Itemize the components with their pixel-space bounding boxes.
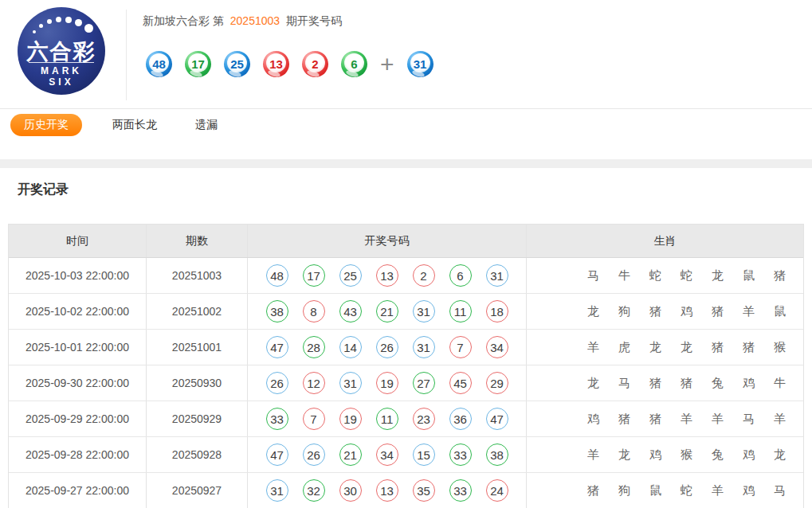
- number-circle: 8: [303, 300, 325, 322]
- table-row: 2025-09-28 22:00:00202509284726213415333…: [9, 437, 803, 473]
- lottery-ball: 48: [146, 51, 172, 77]
- zodiac-sign: 羊: [587, 447, 599, 463]
- zodiac-sign: 蛇: [681, 268, 692, 283]
- draw-time-cell: 2025-10-03 22:00:00: [9, 258, 147, 293]
- table-row: 2025-09-29 22:00:00202509293371911233647…: [9, 401, 803, 437]
- draw-title-prefix: 新加坡六合彩 第: [143, 14, 224, 27]
- special-lottery-ball: 31: [407, 51, 433, 77]
- table-row: 2025-09-27 22:00:00202509273132301335332…: [9, 473, 803, 508]
- site-header: 六合彩 MARK SIX 新加坡六合彩 第 20251003 期开奖号码 481…: [0, 0, 812, 109]
- zodiac-cell: 羊龙鸡猴兔鸡龙: [527, 437, 803, 472]
- draw-numbers-cell: 3884321311118: [248, 294, 527, 329]
- winning-balls: 4817251326+31: [146, 51, 433, 77]
- logo-dot: [47, 19, 52, 24]
- number-circle: 17: [303, 264, 325, 287]
- number-circle: 26: [376, 336, 398, 358]
- draw-title: 新加坡六合彩 第 20251003 期开奖号码: [143, 14, 342, 29]
- zodiac-sign: 蛇: [649, 268, 661, 283]
- draw-time-cell: 2025-10-01 22:00:00: [9, 330, 147, 365]
- number-circle: 47: [266, 444, 288, 466]
- zodiac-sign: 马: [743, 412, 755, 427]
- number-circle: 34: [376, 444, 398, 466]
- zodiac-sign: 狗: [618, 483, 630, 498]
- tab-0[interactable]: 历史开奖: [10, 114, 82, 136]
- tab-2[interactable]: 遗漏: [187, 114, 226, 136]
- number-circle: 19: [339, 408, 362, 430]
- lottery-ball-number: 31: [414, 57, 427, 71]
- zodiac-sign: 鼠: [649, 483, 661, 498]
- zodiac-sign: 猪: [618, 412, 630, 427]
- draw-period: 20251003: [227, 14, 283, 27]
- zodiac-sign: 鼠: [743, 268, 755, 283]
- number-circle: 25: [339, 264, 362, 287]
- number-circle: 47: [266, 336, 288, 358]
- number-circle: 6: [449, 264, 472, 287]
- lottery-ball-number: 2: [312, 57, 318, 71]
- number-circle: 29: [486, 372, 508, 394]
- draw-time-cell: 2025-09-27 22:00:00: [9, 473, 147, 508]
- zodiac-sign: 龙: [649, 340, 661, 355]
- tab-1[interactable]: 两面长龙: [104, 114, 165, 136]
- zodiac-cell: 羊虎龙龙猪猪猴: [527, 330, 803, 365]
- table-row: 2025-10-02 22:00:00202510023884321311118…: [9, 294, 803, 330]
- number-circle: 23: [413, 408, 435, 430]
- number-circle: 11: [376, 408, 398, 430]
- number-circle: 32: [303, 479, 325, 502]
- draw-period-cell: 20250929: [147, 401, 248, 436]
- number-circle: 38: [266, 300, 288, 322]
- table-row: 2025-09-30 22:00:00202509302612311927452…: [9, 365, 803, 401]
- zodiac-sign: 羊: [712, 483, 724, 498]
- zodiac-cell: 龙马猪猪兔鸡牛: [527, 365, 803, 401]
- draw-period-cell: 20251002: [147, 294, 248, 329]
- draw-title-suffix: 期开奖号码: [286, 14, 342, 27]
- logo-subtitle: MARK SIX: [29, 62, 94, 88]
- number-circle: 2: [413, 264, 435, 287]
- zodiac-cell: 猪狗鼠蛇羊鸡马: [527, 473, 803, 508]
- lottery-ball-number: 17: [191, 57, 205, 71]
- draw-time-cell: 2025-09-30 22:00:00: [9, 365, 147, 401]
- draw-time-cell: 2025-09-29 22:00:00: [9, 401, 147, 436]
- zodiac-sign: 羊: [587, 340, 599, 355]
- zodiac-sign: 猪: [712, 340, 724, 355]
- zodiac-sign: 龙: [712, 268, 724, 283]
- zodiac-sign: 猪: [587, 483, 599, 498]
- lottery-ball: 17: [185, 51, 211, 77]
- number-circle: 14: [339, 336, 362, 358]
- number-circle: 18: [486, 300, 508, 322]
- number-circle: 48: [266, 264, 288, 287]
- zodiac-sign: 虎: [618, 340, 630, 355]
- number-circle: 11: [449, 300, 472, 322]
- plus-separator: +: [380, 51, 394, 77]
- zodiac-cell: 鸡猪猪羊羊马羊: [527, 401, 803, 436]
- zodiac-cell: 龙狗猪鸡猪羊鼠: [527, 294, 803, 329]
- zodiac-sign: 狗: [618, 304, 630, 319]
- zodiac-sign: 鼠: [774, 304, 786, 319]
- draw-numbers-cell: 47262134153338: [248, 437, 527, 472]
- number-circle: 33: [449, 479, 472, 502]
- column-header: 开奖号码: [248, 225, 527, 257]
- lottery-ball: 2: [302, 51, 328, 77]
- zodiac-cell: 马牛蛇蛇龙鼠猪: [527, 258, 803, 293]
- draw-numbers-cell: 3371911233647: [248, 401, 527, 436]
- number-circle: 21: [376, 300, 398, 322]
- zodiac-sign: 鸡: [743, 483, 755, 498]
- draw-records-table: 时间期数开奖号码生肖2025-10-03 22:00:0020251003481…: [8, 224, 804, 508]
- zodiac-sign: 马: [774, 483, 786, 498]
- number-circle: 33: [266, 408, 288, 430]
- logo-dot: [39, 24, 43, 28]
- number-circle: 13: [376, 479, 398, 502]
- header-divider: [126, 10, 127, 100]
- number-circle: 7: [449, 336, 472, 358]
- zodiac-sign: 猪: [649, 304, 661, 319]
- logo-dot: [56, 17, 61, 22]
- number-circle: 28: [303, 336, 325, 358]
- number-circle: 26: [266, 372, 288, 394]
- table-row: 2025-10-01 22:00:00202510014728142631734…: [9, 330, 803, 365]
- draw-numbers-cell: 481725132631: [248, 258, 527, 293]
- mark-six-logo: 六合彩 MARK SIX: [18, 7, 105, 95]
- number-circle: 26: [303, 444, 325, 466]
- tab-navigation: 历史开奖两面长龙遗漏: [0, 109, 812, 159]
- draw-numbers-cell: 31323013353324: [248, 473, 527, 508]
- zodiac-sign: 猴: [774, 340, 786, 355]
- draw-period-cell: 20251001: [147, 330, 248, 365]
